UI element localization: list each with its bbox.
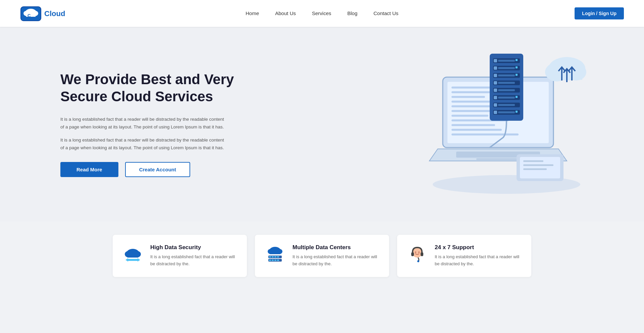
svg-rect-85 (272, 260, 274, 261)
svg-rect-50 (498, 104, 515, 106)
svg-rect-52 (494, 111, 497, 114)
svg-point-88 (413, 248, 422, 258)
feature-card-support: 24 x 7 Support It is a long established … (397, 235, 531, 277)
feature-text-datacenters: Multiple Data Centers It is a long estab… (292, 244, 380, 268)
svg-rect-87 (277, 260, 279, 261)
svg-point-93 (418, 252, 420, 253)
nav-link-contact[interactable]: Contact Us (374, 10, 398, 16)
svg-rect-84 (269, 260, 271, 261)
hero-illustration-svg (409, 50, 604, 198)
nav-item-services[interactable]: Services (312, 10, 331, 16)
svg-rect-70 (127, 254, 138, 258)
svg-rect-47 (516, 96, 518, 98)
svg-rect-24 (476, 158, 520, 160)
svg-rect-54 (516, 111, 518, 113)
svg-rect-46 (498, 97, 515, 99)
hero-text: We Provide Best and Very Secure Cloud Se… (60, 71, 248, 177)
svg-rect-21 (451, 129, 502, 131)
navbar: C Cloud Home About Us Services Blog Cont… (0, 0, 644, 27)
read-more-button[interactable]: Read More (60, 162, 118, 177)
create-account-button[interactable]: Create Account (125, 162, 190, 177)
nav-item-contact[interactable]: Contact Us (374, 10, 398, 16)
logo-text-icon: Cloud (44, 7, 71, 19)
svg-rect-86 (274, 260, 276, 261)
svg-rect-36 (498, 74, 515, 76)
nav-links: Home About Us Services Blog Contact Us (246, 10, 398, 16)
feature-desc-support: It is a long established fact that a rea… (435, 254, 522, 268)
svg-rect-65 (523, 164, 553, 166)
svg-marker-72 (125, 258, 128, 262)
svg-rect-29 (516, 59, 518, 61)
svg-rect-28 (498, 60, 515, 62)
hero-paragraph-1: It is a long established fact that a rea… (60, 116, 228, 131)
cloud-logo-icon: C (20, 5, 42, 22)
svg-point-92 (415, 252, 416, 253)
svg-rect-43 (498, 89, 515, 91)
svg-rect-49 (494, 103, 497, 107)
feature-title-security: High Data Security (150, 244, 237, 251)
feature-text-security: High Data Security It is a long establis… (150, 244, 237, 268)
nav-link-services[interactable]: Services (312, 10, 331, 16)
svg-rect-42 (494, 89, 497, 92)
svg-rect-66 (523, 168, 547, 170)
svg-point-91 (417, 260, 419, 262)
nav-item-about[interactable]: About Us (275, 10, 296, 16)
svg-rect-64 (523, 160, 543, 162)
svg-rect-63 (520, 157, 560, 178)
hero-paragraph-2: It is a long established fact that a rea… (60, 136, 228, 152)
svg-text:Cloud: Cloud (44, 9, 65, 18)
hero-section: We Provide Best and Very Secure Cloud Se… (0, 27, 644, 221)
svg-rect-18 (451, 115, 488, 117)
feature-card-security: High Data Security It is a long establis… (113, 235, 247, 277)
nav-link-about[interactable]: About Us (275, 10, 296, 16)
svg-rect-27 (494, 59, 497, 62)
hero-buttons: Read More Create Account (60, 162, 248, 177)
features-section: High Data Security It is a long establis… (0, 221, 644, 284)
nav-link-blog[interactable]: Blog (347, 10, 358, 16)
logo[interactable]: C Cloud (20, 5, 71, 22)
feature-card-datacenters: Multiple Data Centers It is a long estab… (255, 235, 389, 277)
svg-rect-35 (494, 74, 497, 77)
nav-item-blog[interactable]: Blog (347, 10, 358, 16)
svg-rect-77 (270, 251, 280, 254)
svg-rect-14 (451, 96, 485, 98)
svg-rect-39 (494, 81, 497, 85)
svg-rect-40 (498, 82, 515, 84)
svg-rect-12 (451, 87, 492, 89)
svg-rect-53 (498, 111, 515, 113)
login-signup-button[interactable]: Login / Sign Up (575, 7, 624, 19)
security-icon (122, 244, 144, 266)
feature-title-support: 24 x 7 Support (435, 244, 522, 251)
feature-desc-security: It is a long established fact that a rea… (150, 254, 237, 268)
svg-rect-80 (272, 256, 274, 258)
svg-rect-22 (451, 133, 519, 135)
feature-title-datacenters: Multiple Data Centers (292, 244, 380, 251)
feature-desc-datacenters: It is a long established fact that a rea… (292, 254, 380, 268)
svg-rect-20 (451, 124, 495, 126)
nav-link-home[interactable]: Home (246, 10, 259, 16)
svg-rect-33 (516, 66, 518, 68)
feature-text-support: 24 x 7 Support It is a long established … (435, 244, 522, 268)
svg-rect-89 (411, 252, 414, 256)
svg-rect-71 (127, 259, 139, 261)
svg-rect-82 (277, 256, 279, 258)
svg-rect-90 (421, 252, 423, 256)
svg-rect-32 (498, 67, 515, 69)
hero-heading: We Provide Best and Very Secure Cloud Se… (60, 71, 248, 105)
svg-rect-37 (516, 74, 518, 76)
datacenter-icon (264, 244, 286, 266)
svg-rect-79 (269, 256, 271, 258)
svg-marker-73 (138, 258, 140, 262)
hero-illustration (409, 50, 604, 198)
nav-item-home[interactable]: Home (246, 10, 259, 16)
svg-rect-45 (494, 96, 497, 99)
svg-text:C: C (28, 13, 31, 18)
svg-rect-31 (494, 66, 497, 70)
support-icon (407, 244, 428, 266)
svg-rect-81 (274, 256, 276, 258)
